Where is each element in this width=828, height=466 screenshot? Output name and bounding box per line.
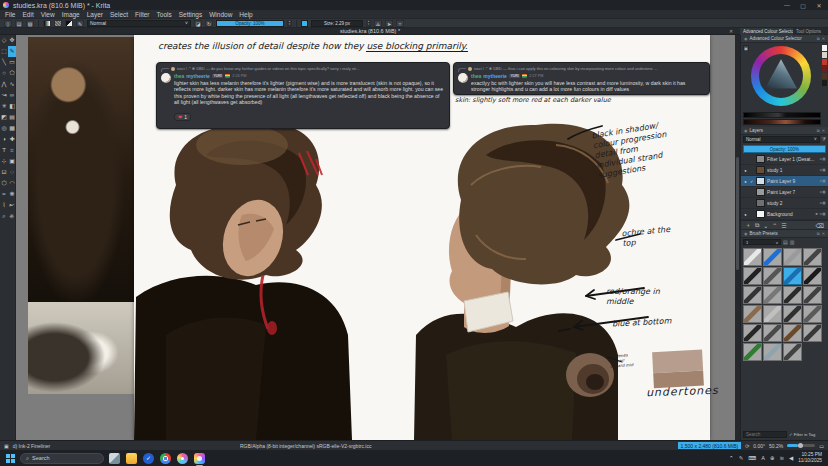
menu-file[interactable]: File xyxy=(5,11,15,18)
layer-visibility-toggle[interactable]: ● xyxy=(743,212,748,217)
brush-presets-header[interactable]: ◉ Brush Presets ⧉ ✕ xyxy=(741,230,828,238)
selector-shape-icon[interactable]: ▣ xyxy=(743,45,749,51)
layer-row[interactable]: ●Background■ α▦ xyxy=(741,209,828,220)
fill-tool[interactable]: ◧ xyxy=(8,101,16,112)
layer-thumbnail[interactable] xyxy=(756,199,765,207)
layer-thumbnail[interactable] xyxy=(756,188,765,196)
layer-row[interactable]: Filter Layer 1 (Desat...α▦ xyxy=(741,154,828,165)
measure-tool[interactable]: ⌗ xyxy=(8,145,16,156)
taskbar-clock[interactable]: 10:25 PM11/10/2025 xyxy=(798,452,822,464)
polygon-select-tool[interactable]: ⬡ xyxy=(0,178,8,189)
chevron-up-icon[interactable]: ⌃ xyxy=(729,455,734,461)
brush-preset-tile[interactable] xyxy=(763,286,782,304)
gradient-chooser-icon[interactable] xyxy=(43,20,51,27)
globe-icon[interactable]: ⊕ xyxy=(770,455,775,461)
volume-icon[interactable]: ◀ xyxy=(789,455,793,461)
layer-row[interactable]: Paint Layer 7α▦ xyxy=(741,187,828,198)
layer-thumbnail[interactable] xyxy=(756,166,765,174)
brush-view-list-icon[interactable]: ▥ xyxy=(790,239,795,245)
rotation-reset-icon[interactable]: ⟳ xyxy=(745,443,749,449)
add-layer-button[interactable]: ＋ xyxy=(745,221,751,230)
layer-flags[interactable]: α▦ xyxy=(820,157,826,161)
close-panel-icon[interactable]: ✕ xyxy=(822,36,825,41)
gradient-tool[interactable]: ▤ xyxy=(8,112,16,123)
maximize-button[interactable]: ▢ xyxy=(797,2,809,9)
menu-layer[interactable]: Layer xyxy=(87,11,103,18)
transform-tool[interactable]: ◇ xyxy=(0,35,8,46)
brush-view-grid-icon[interactable]: ▤ xyxy=(783,239,788,245)
colour-wheel[interactable] xyxy=(751,46,811,106)
brush-preset-tile[interactable] xyxy=(783,267,802,285)
menu-edit[interactable]: Edit xyxy=(22,11,33,18)
similar-select-tool[interactable]: ≈ xyxy=(0,189,8,200)
move-tool[interactable]: ✥ xyxy=(8,35,16,46)
layer-filter-icon[interactable]: ⧩ xyxy=(822,136,826,143)
menu-tools[interactable]: Tools xyxy=(157,11,172,18)
layer-flags[interactable]: α▦ xyxy=(820,190,826,194)
document-tab-close-icon[interactable]: ✕ xyxy=(729,28,733,34)
crop-tool[interactable]: ⬚ xyxy=(0,46,8,57)
title-bar[interactable]: studies.kra (810.6 MiB) * - Krita — ▢ ✕ xyxy=(0,0,828,10)
brush-preset-tile[interactable] xyxy=(803,267,822,285)
brush-preset-tile[interactable] xyxy=(783,343,802,361)
line-tool[interactable]: ╲ xyxy=(0,57,8,68)
ellipse-tool[interactable]: ○ xyxy=(0,68,8,79)
menu-filter[interactable]: Filter xyxy=(135,11,149,18)
pan-tool[interactable]: ⎈ xyxy=(8,211,16,222)
rect-select-tool[interactable]: ⊡ xyxy=(0,167,8,178)
brush-preset-tile[interactable] xyxy=(743,286,762,304)
taskbar-app-chrome[interactable] xyxy=(160,453,171,464)
canvas-angle[interactable]: 0.00° xyxy=(753,443,765,449)
layer-name[interactable]: study 1 xyxy=(767,168,818,173)
taskbar-app-todo[interactable]: ✓ xyxy=(143,453,154,464)
close-button[interactable]: ✕ xyxy=(813,2,825,9)
wrap-around-icon[interactable]: ➤ xyxy=(385,20,393,27)
open-document-icon[interactable]: ▤ xyxy=(15,20,23,27)
advanced-colour-selector[interactable]: ▣ xyxy=(741,43,828,127)
close-panel-icon[interactable]: ✕ xyxy=(822,231,825,236)
menu-select[interactable]: Select xyxy=(110,11,128,18)
brush-size-field[interactable]: Size: 2.29 px xyxy=(311,20,363,27)
ime-letter-icon[interactable]: A xyxy=(761,455,765,461)
active-brush-name[interactable]: d) Ink-2 Fineliner xyxy=(13,443,51,449)
brush-preset-tile[interactable] xyxy=(803,248,822,266)
assistants-tool[interactable]: ⊹ xyxy=(0,156,8,167)
close-panel-icon[interactable]: ✕ xyxy=(822,128,825,133)
brush-preset-tile[interactable] xyxy=(763,305,782,323)
zoom-percent[interactable]: 50.2% xyxy=(769,443,783,449)
recent-colour-strip[interactable] xyxy=(743,119,821,125)
taskbar-app-file-explorer[interactable] xyxy=(126,453,137,464)
layer-thumbnail[interactable] xyxy=(756,210,765,218)
opacity-spinner[interactable]: ▴▾ xyxy=(287,20,292,27)
zoom-tool[interactable]: ⌕ xyxy=(0,211,8,222)
zoom-slider[interactable] xyxy=(787,444,815,447)
menu-window[interactable]: Window xyxy=(209,11,232,18)
layer-row[interactable]: ●✓Paint Layer 9α▦ xyxy=(741,176,828,187)
freehand-select-tool[interactable]: ◠ xyxy=(8,178,16,189)
float-panel-icon[interactable]: ⧉ xyxy=(817,231,820,236)
layer-name[interactable]: Filter Layer 1 (Desat... xyxy=(767,157,818,162)
colour-history-strip[interactable] xyxy=(822,45,827,86)
document-tab[interactable]: studies.kra (810.6 MiB) * xyxy=(280,28,460,34)
mirror-tool-icon[interactable]: ⟁ xyxy=(374,20,382,27)
colorize-mask-tool[interactable]: ◑ xyxy=(0,134,8,145)
layer-name[interactable]: Paint Layer 7 xyxy=(767,190,818,195)
reload-preset-icon[interactable]: ↻ xyxy=(205,20,213,27)
taskbar-app-photos[interactable] xyxy=(177,453,188,464)
layer-visibility-toggle[interactable]: ● xyxy=(743,168,748,173)
move-layer-down-button[interactable]: ⌄ xyxy=(763,222,768,229)
current-color-chip[interactable] xyxy=(301,20,308,27)
menu-image[interactable]: Image xyxy=(62,11,80,18)
brush-preset-tile[interactable] xyxy=(743,267,762,285)
float-panel-icon[interactable]: ⧉ xyxy=(817,128,820,133)
brush-preset-icon[interactable]: ▣ xyxy=(4,443,9,449)
layer-flags[interactable]: ■ α▦ xyxy=(816,212,826,216)
brush-preset-tile[interactable] xyxy=(783,324,802,342)
start-button[interactable] xyxy=(6,454,15,463)
brush-editor-icon[interactable]: ✎ xyxy=(76,20,84,27)
ellipse-select-tool[interactable]: ◌ xyxy=(8,167,16,178)
wifi-icon[interactable]: ≋ xyxy=(780,455,785,461)
layer-opacity-slider[interactable]: Opacity: 100% xyxy=(743,145,826,153)
polyline-tool[interactable]: ⋀ xyxy=(0,79,8,90)
canvas-vertical-scrollbar[interactable] xyxy=(735,35,740,440)
